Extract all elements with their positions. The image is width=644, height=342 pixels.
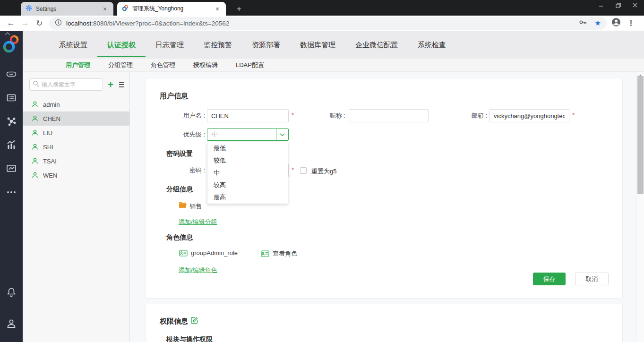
user-name: SHI <box>43 144 53 151</box>
priority-value: 中 <box>212 130 218 139</box>
user-row-tsai[interactable]: TSAI <box>23 154 129 168</box>
browser-menu-icon[interactable]: ⋮ <box>627 19 635 27</box>
subnav-auth-edit[interactable]: 授权编辑 <box>193 61 218 69</box>
new-tab-button[interactable]: + <box>233 3 245 15</box>
close-tab-icon[interactable]: × <box>214 5 221 13</box>
collapse-rail-icon[interactable] <box>4 29 11 38</box>
url-path: :8080/bi/Viewer?proc=0&action=index&ts=2… <box>91 20 229 27</box>
user-icon <box>31 115 39 122</box>
priority-option-low[interactable]: 较低 <box>207 154 288 167</box>
reset-password-checkbox[interactable] <box>300 167 307 174</box>
edit-roles-link[interactable]: 添加/编辑角色 <box>179 266 217 274</box>
search-input[interactable] <box>42 81 98 88</box>
topnav-log[interactable]: 日志管理 <box>155 31 184 59</box>
user-list: admin CHEN LIU SHI TSAI WEN <box>23 97 129 182</box>
add-user-button[interactable]: + <box>108 80 113 89</box>
admin-topnav: 系统设置 认证授权 日志管理 监控预警 资源部署 数据库管理 企业微信配置 系统… <box>23 31 644 59</box>
notifications-bell-icon[interactable] <box>0 286 23 299</box>
subnav-ldap[interactable]: LDAP配置 <box>236 61 264 69</box>
user-row-liu[interactable]: LIU <box>23 126 129 140</box>
user-info-section-title: 用户信息 <box>160 92 188 101</box>
back-icon[interactable]: ← <box>4 18 18 28</box>
role-badge-icon <box>179 250 188 256</box>
main-content: 用户信息 用户名 : * 昵称 : 邮箱 : * 优先级 : 中 最低 较低 中… <box>130 72 636 342</box>
topnav-system-check[interactable]: 系统检查 <box>418 31 446 59</box>
reset-password-label: 重置为g5 <box>311 167 336 176</box>
topnav-resource[interactable]: 资源部署 <box>252 31 280 59</box>
account-icon[interactable] <box>0 317 23 330</box>
role-section-title: 角色信息 <box>166 233 193 242</box>
permission-section-title: 权限信息 <box>160 317 188 326</box>
topnav-wecom[interactable]: 企业微信配置 <box>355 31 398 59</box>
user-icon <box>31 101 39 108</box>
password-key-icon[interactable] <box>579 18 587 28</box>
password-label: 密码 : <box>160 164 205 177</box>
yonghong-favicon-icon <box>122 5 129 13</box>
topnav-database[interactable]: 数据库管理 <box>300 31 335 59</box>
user-info-card: 用户信息 用户名 : * 昵称 : 邮箱 : * 优先级 : 中 最低 较低 中… <box>145 78 623 299</box>
user-row-chen[interactable]: CHEN <box>23 111 129 126</box>
role-chip-groupadmin: groupAdmin_role <box>179 249 238 256</box>
priority-option-lowest[interactable]: 最低 <box>207 142 288 154</box>
text-cursor <box>211 131 211 138</box>
username-field[interactable] <box>207 109 289 122</box>
save-button[interactable]: 保存 <box>533 273 566 285</box>
dashboard-icon[interactable] <box>6 139 17 151</box>
data-prep-icon[interactable] <box>6 116 17 127</box>
user-name: LIU <box>43 129 52 137</box>
user-row-wen[interactable]: WEN <box>23 168 129 182</box>
settings-gear-favicon-icon <box>26 5 32 13</box>
priority-option-high[interactable]: 较高 <box>207 179 288 191</box>
info-icon[interactable] <box>55 19 62 28</box>
priority-select[interactable]: 中 <box>207 128 289 141</box>
priority-option-highest[interactable]: 最高 <box>207 191 288 204</box>
scrollbar-thumb[interactable] <box>637 76 644 194</box>
restore-window-icon[interactable] <box>613 1 623 9</box>
forward-icon[interactable]: → <box>18 18 32 28</box>
refresh-icon[interactable]: ↻ <box>32 18 46 28</box>
data-source-icon[interactable] <box>6 68 17 80</box>
subnav-group-mgmt[interactable]: 分组管理 <box>108 61 133 69</box>
user-row-admin[interactable]: admin <box>23 97 129 111</box>
url-text: localhost:8080/bi/Viewer?proc=0&action=i… <box>66 20 229 27</box>
cancel-button[interactable]: 取消 <box>575 273 609 285</box>
tab-settings[interactable]: Settings × <box>21 2 113 16</box>
admin-subnav: 用户管理 分组管理 角色管理 授权编辑 LDAP配置 <box>23 59 644 72</box>
nickname-field[interactable] <box>349 109 429 122</box>
nickname-label: 昵称 : <box>300 109 345 122</box>
password-required-marker: * <box>292 166 294 173</box>
profile-avatar[interactable] <box>611 17 621 29</box>
minimize-window-icon[interactable] <box>596 1 606 9</box>
role-name: groupAdmin_role <box>191 249 238 256</box>
user-icon <box>31 143 39 151</box>
subnav-role-mgmt[interactable]: 角色管理 <box>151 61 175 69</box>
group-name: 销售 <box>189 202 202 211</box>
user-list-panel: + admin CHEN LIU SHI TSAI WEN <box>23 72 130 342</box>
browser-titlebar: Settings × 管理系统_Yonghong × + <box>0 0 644 16</box>
dataset-icon[interactable] <box>6 92 17 103</box>
list-options-icon[interactable] <box>119 82 124 87</box>
edit-permission-icon[interactable] <box>191 316 198 326</box>
email-field[interactable] <box>489 109 569 122</box>
subnav-user-mgmt[interactable]: 用户管理 <box>66 61 90 69</box>
close-window-icon[interactable] <box>630 1 640 9</box>
user-search-box[interactable] <box>29 78 103 91</box>
address-bar[interactable]: localhost:8080/bi/Viewer?proc=0&action=i… <box>49 17 607 30</box>
topnav-monitor[interactable]: 监控预警 <box>204 31 232 59</box>
user-row-shi[interactable]: SHI <box>23 140 129 154</box>
username-label: 用户名 : <box>160 109 205 122</box>
user-icon <box>31 171 39 179</box>
close-tab-icon[interactable]: × <box>101 5 109 13</box>
bookmark-star-icon[interactable]: ★ <box>595 19 601 27</box>
priority-option-medium[interactable]: 中 <box>207 167 288 179</box>
presentation-icon[interactable] <box>6 163 17 174</box>
chevron-down-icon[interactable] <box>276 129 288 140</box>
search-icon <box>33 80 39 89</box>
vertical-scrollbar[interactable]: ▲ <box>636 72 644 342</box>
more-modules-icon[interactable] <box>6 187 17 198</box>
tab-yonghong-admin[interactable]: 管理系统_Yonghong × <box>117 2 226 16</box>
topnav-system-settings[interactable]: 系统设置 <box>59 31 87 59</box>
topnav-auth[interactable]: 认证授权 <box>107 31 136 59</box>
folder-icon <box>179 201 187 210</box>
edit-groups-link[interactable]: 添加/编辑分组 <box>179 218 217 226</box>
